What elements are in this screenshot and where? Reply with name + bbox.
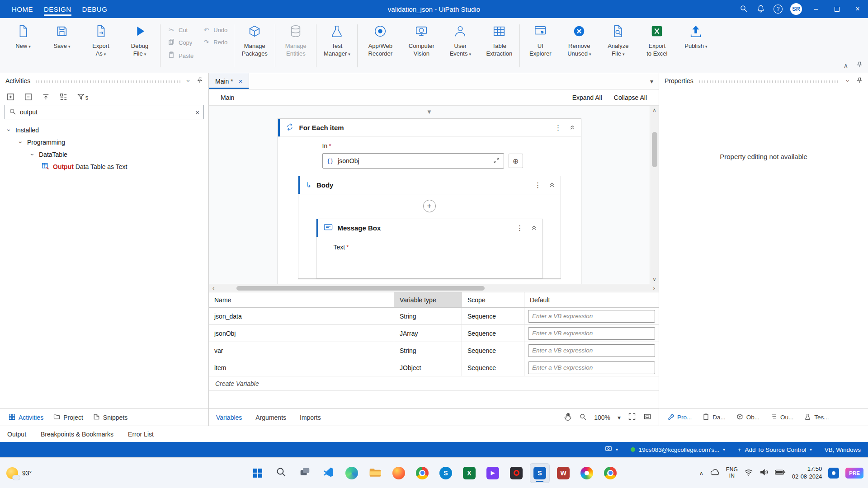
battery-icon[interactable] [775,469,786,477]
user-events-button[interactable]: UserEvents▾ [441,20,480,72]
pin-ribbon-button[interactable] [856,61,863,69]
default-expression-input[interactable] [528,327,655,340]
skype-app[interactable]: S [436,463,456,483]
column-header-type[interactable]: Variable type [394,292,462,307]
search-button[interactable] [735,0,752,18]
movies-tv-app[interactable]: ▶ [483,463,503,483]
message-box-header[interactable]: Message Box ⋮ [316,219,542,237]
redo-button[interactable]: ↷Redo [198,38,232,46]
variable-type[interactable]: String [394,342,462,359]
panel-grip[interactable] [36,80,180,83]
tree-node-installed[interactable]: › Installed [0,124,208,136]
variable-scope[interactable]: Sequence [462,342,524,359]
notifications-button[interactable] [752,0,769,18]
table-extraction-button[interactable]: TableExtraction [480,20,519,72]
tab-breakpoints[interactable]: Breakpoints & Bookmarks [41,431,113,438]
fit-to-screen-icon[interactable] [628,413,636,422]
tab-project[interactable]: Project [48,409,88,426]
variable-scope[interactable]: Sequence [462,359,524,376]
variable-row[interactable]: item JObject Sequence [209,359,659,376]
paste-button[interactable]: Paste [163,52,198,60]
menu-home[interactable]: HOME [6,0,38,18]
expand-all-activities-button[interactable] [6,93,15,101]
ui-explorer-button[interactable]: UIExplorer [521,20,560,72]
collapse-activity-icon[interactable] [569,124,576,131]
default-expression-input[interactable] [528,361,655,374]
expand-all-link[interactable]: Expand All [572,94,602,101]
pin-panel-button[interactable] [856,77,863,85]
zoom-level[interactable]: 100% [594,414,610,421]
cut-button[interactable]: ✂Cut [163,26,198,33]
wps-app[interactable]: W [553,463,573,483]
export-to-excel-button[interactable]: Exportto Excel [637,20,676,72]
file-explorer-app[interactable] [365,463,385,483]
notification-center-button[interactable] [828,468,839,479]
tree-node-programming[interactable]: › Programming [0,136,208,148]
in-expression-field[interactable]: {} jsonObj [322,153,504,169]
activities-search-input[interactable] [20,108,192,116]
avatar[interactable]: SR [790,3,802,15]
tree-node-output-datatable[interactable]: Output Data Table as Text [0,160,208,173]
scrollbar-thumb[interactable] [236,286,484,291]
tab-object-repository[interactable]: Ob... [731,409,765,426]
variable-row[interactable]: var String Sequence [209,342,659,359]
create-variable-row[interactable]: Create Variable [209,376,659,391]
export-as-button[interactable]: ExportAs▾ [81,20,120,72]
pan-tool-icon[interactable] [564,413,572,422]
uipath-studio-app[interactable]: S [530,463,550,483]
close-tab-icon[interactable]: × [239,77,243,85]
tab-variables[interactable]: Variables [216,414,242,421]
publish-button[interactable]: Publish▾ [676,20,715,72]
variable-type[interactable]: JObject [394,359,462,376]
undo-button[interactable]: ↶Undo [198,26,232,33]
scrollbar-thumb[interactable] [652,132,657,167]
tree-node-datatable[interactable]: › DataTable [0,148,208,160]
for-each-activity[interactable]: For Each item ⋮ In* {} [278,118,581,284]
collapse-activity-icon[interactable] [549,181,555,189]
menu-design[interactable]: DESIGN [38,0,77,18]
tab-output[interactable]: Output [7,431,26,438]
scroll-down-icon[interactable]: ∨ [652,277,656,282]
tab-snippets[interactable]: Snippets [88,409,132,426]
column-header-name[interactable]: Name [209,292,394,307]
pin-panel-button[interactable] [197,77,203,85]
chrome-app[interactable] [412,463,432,483]
start-button[interactable] [248,463,268,483]
zoom-to-fit-icon[interactable] [643,413,651,422]
hidden-icons-chevron[interactable]: ∧ [699,470,703,476]
tab-properties[interactable]: Pro... [662,409,697,426]
computer-vision-button[interactable]: ComputerVision [402,20,441,72]
column-header-scope[interactable]: Scope [462,292,524,307]
debug-file-button[interactable]: DebugFile▾ [120,20,159,72]
vscode-app[interactable] [318,463,338,483]
vertical-scrollbar[interactable]: ∧ ∨ [650,106,659,284]
edge-insider-app[interactable] [342,463,362,483]
clock-widget[interactable]: 17:5002-08-2024 [792,465,822,481]
activity-menu-icon[interactable]: ⋮ [516,224,524,232]
column-header-default[interactable]: Default [524,292,659,307]
workflow-surface[interactable]: ▼ For Each item ⋮ [209,106,650,284]
for-each-header[interactable]: For Each item ⋮ [278,119,581,137]
menu-debug[interactable]: DEBUG [77,0,113,18]
chrome-profile-app[interactable] [600,463,620,483]
remove-unused-button[interactable]: RemoveUnused▾ [560,20,599,72]
panel-menu-chevron-icon[interactable]: › [844,78,852,84]
project-language-status[interactable]: VB, Windows [825,446,861,453]
variable-type[interactable]: String [394,308,462,324]
collapse-ribbon-button[interactable]: ∧ [844,62,848,69]
acrobat-app[interactable] [506,463,526,483]
photos-app[interactable] [577,463,597,483]
minimize-button[interactable]: – [806,0,826,18]
activity-menu-icon[interactable]: ⋮ [555,123,562,132]
panel-menu-chevron-icon[interactable]: › [185,78,192,84]
maximize-button[interactable] [826,0,847,18]
scroll-up-icon[interactable]: ∧ [652,107,656,113]
account-status[interactable]: 19cs083@kcgcollege.com's... ▾ [631,446,725,453]
scroll-left-icon[interactable]: ‹ [212,285,214,291]
variable-name[interactable]: var [209,342,394,359]
variable-scope[interactable]: Sequence [462,325,524,342]
onedrive-cloud-icon[interactable] [710,469,720,477]
tab-imports[interactable]: Imports [300,414,321,421]
tab-error-list[interactable]: Error List [128,431,154,438]
add-activity-button[interactable]: + [423,200,436,212]
